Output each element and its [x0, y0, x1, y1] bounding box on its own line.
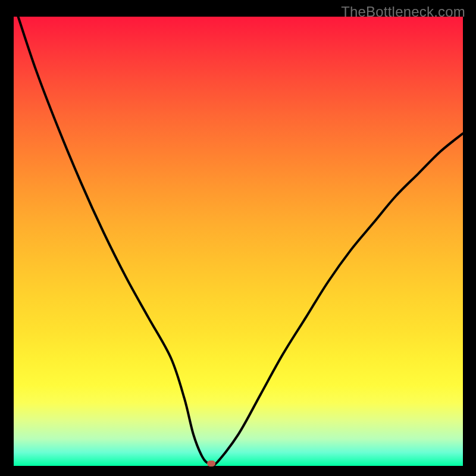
chart-frame: TheBottleneck.com — [0, 0, 476, 476]
plot-area — [14, 17, 463, 466]
bottleneck-curve — [14, 17, 463, 466]
bottleneck-marker — [207, 461, 215, 466]
